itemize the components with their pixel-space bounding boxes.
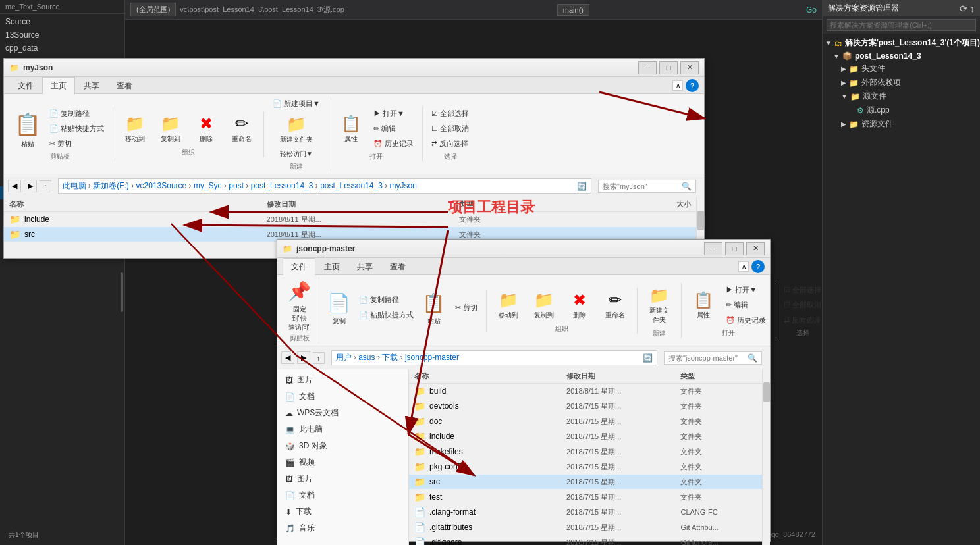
crumb-lesson2[interactable]: post_Lesson14_3 bbox=[320, 181, 383, 190]
crumb-syc[interactable]: my_Syc bbox=[194, 181, 222, 190]
invert-select2-btn[interactable]: ⇄ 反向选择 bbox=[780, 313, 825, 327]
explorer2-maximize[interactable]: □ bbox=[725, 242, 744, 255]
sidebar-item[interactable]: Source bbox=[0, 15, 124, 28]
select-none-btn[interactable]: ☐ 全部取消 bbox=[428, 122, 472, 136]
explorer2-tab-view[interactable]: 查看 bbox=[381, 258, 414, 275]
explorer1-close[interactable]: ✕ bbox=[680, 61, 699, 74]
crumb2-jsoncpp[interactable]: jsoncpp-master bbox=[405, 353, 459, 362]
new-item-btn[interactable]: 📄 新建项目▼ bbox=[269, 97, 323, 111]
file-row[interactable]: 📄 .gitignore 2018/7/15 星期... Git Ignore.… bbox=[409, 535, 762, 545]
nav-item[interactable]: 🖼图片 bbox=[277, 372, 408, 388]
file-row[interactable]: 📁 build 2018/8/11 星期... 文件夹 bbox=[409, 384, 762, 399]
copy-path2-btn[interactable]: 📄 复制路径 bbox=[356, 293, 417, 307]
tree-item-headers[interactable]: ▶ 📁 头文件 bbox=[823, 62, 980, 76]
nav-item[interactable]: 🎬视频 bbox=[277, 454, 408, 471]
select-all-btn[interactable]: ☑ 全部选择 bbox=[428, 107, 472, 120]
explorer1-tab-home[interactable]: 主页 bbox=[42, 77, 75, 94]
forward-btn[interactable]: ▶ bbox=[24, 180, 37, 192]
crumb2-asus[interactable]: asus bbox=[358, 353, 375, 362]
select-none2-btn[interactable]: ☐ 全部取消 bbox=[780, 298, 825, 312]
nav-item[interactable]: 🎲3D 对象 bbox=[277, 438, 408, 454]
crumb2-download[interactable]: 下载 bbox=[382, 353, 398, 362]
explorer1-minimize[interactable]: ─ bbox=[638, 61, 657, 74]
open-btn[interactable]: ▶ 打开▼ bbox=[370, 107, 417, 120]
rename-btn[interactable]: ✏ 重命名 bbox=[225, 111, 258, 147]
explorer2-minimize[interactable]: ─ bbox=[704, 242, 722, 255]
explorer2-scrollbar[interactable] bbox=[762, 369, 770, 545]
scope-dropdown[interactable]: (全局范围) bbox=[130, 3, 176, 16]
delete2-btn[interactable]: ✖ 删除 bbox=[563, 288, 596, 323]
explorer2-tab-home[interactable]: 主页 bbox=[315, 258, 348, 275]
sidebar-item[interactable]: 13Source bbox=[0, 28, 124, 41]
crumb-vc[interactable]: vc2013Source bbox=[136, 181, 187, 190]
explorer2-address-bar[interactable]: 用户 › asus › 下载 › jsoncpp-master 🔄 bbox=[331, 350, 658, 365]
forward2-btn[interactable]: ▶ bbox=[297, 351, 310, 364]
crumb-myjson[interactable]: myJson bbox=[390, 181, 417, 190]
cut2-btn[interactable]: ✂ 剪切 bbox=[452, 301, 481, 315]
explorer1-search-input[interactable] bbox=[603, 182, 682, 190]
explorer1-tab-view[interactable]: 查看 bbox=[108, 77, 141, 94]
file-row[interactable]: 📄 .gitattributes 2018/7/15 星期... Git Att… bbox=[409, 520, 762, 535]
sidebar-item[interactable]: cpp_data bbox=[0, 41, 124, 55]
tree-item-source-cpp[interactable]: ▶ ⚙ 源.cpp bbox=[823, 103, 980, 117]
tree-item-external-deps[interactable]: ▶ 📁 外部依赖项 bbox=[823, 76, 980, 90]
ribbon-collapse-btn[interactable]: ∧ bbox=[672, 80, 683, 91]
file-row[interactable]: 📁 makefiles 2018/7/15 星期... 文件夹 bbox=[409, 444, 762, 459]
nav-item[interactable]: 🖼图片 bbox=[277, 471, 408, 487]
copy-to-btn[interactable]: 📁 复制到 bbox=[154, 111, 187, 147]
se-new-btn[interactable]: ↕ bbox=[970, 3, 975, 14]
edit-btn[interactable]: ✏ 编辑 bbox=[370, 122, 417, 136]
paste-shortcut2-btn[interactable]: 📄 粘贴快捷方式 bbox=[356, 308, 417, 322]
help2-btn[interactable]: ? bbox=[751, 260, 765, 273]
nav-item[interactable]: 📄文档 bbox=[277, 388, 408, 405]
file-row[interactable]: 📄 .clang-format 2018/7/15 星期... CLANG-FC bbox=[409, 505, 762, 520]
properties2-btn[interactable]: 📋 属性 bbox=[687, 288, 720, 323]
edit2-btn[interactable]: ✏ 编辑 bbox=[722, 298, 769, 312]
back2-btn[interactable]: ◀ bbox=[281, 351, 294, 364]
tree-project[interactable]: ▼ 📦 post_Lesson14_3 bbox=[823, 50, 980, 62]
file-row[interactable]: 📁 src 2018/7/15 星期... 文件夹 bbox=[409, 475, 762, 490]
se-search-input[interactable] bbox=[827, 19, 976, 31]
nav-item[interactable]: ☁WPS云文档 bbox=[277, 405, 408, 421]
se-sync-btn[interactable]: ⟳ bbox=[960, 3, 967, 14]
explorer2-search-input[interactable] bbox=[668, 354, 748, 362]
invert-select-btn[interactable]: ⇄ 反向选择 bbox=[428, 137, 472, 151]
explorer1-maximize[interactable]: □ bbox=[659, 61, 678, 74]
easy-access-btn[interactable]: 轻松访问▼ bbox=[277, 147, 316, 161]
address2-refresh-icon[interactable]: 🔄 bbox=[643, 353, 653, 363]
new-folder-btn[interactable]: 📁 新建文件夹 bbox=[275, 112, 317, 147]
file-row[interactable]: 📁 include 2018/8/11 星期... 文件夹 bbox=[4, 212, 696, 227]
back-btn[interactable]: ◀ bbox=[8, 180, 21, 192]
explorer1-tab-share[interactable]: 共享 bbox=[75, 77, 108, 94]
pin-btn[interactable]: 📌 bbox=[285, 278, 313, 305]
tree-item-source-files[interactable]: ▼ 📁 源文件 bbox=[823, 90, 980, 103]
crumb-post[interactable]: post bbox=[229, 181, 244, 190]
tree-solution[interactable]: ▼ 🗂 解决方案'post_Lesson14_3'(1个项目) bbox=[823, 36, 980, 50]
file-row[interactable]: 📁 test 2018/7/15 星期... 文件夹 bbox=[409, 490, 762, 505]
nav-item[interactable]: 💻此电脑 bbox=[277, 421, 408, 438]
crumb2-user[interactable]: 用户 bbox=[336, 353, 352, 362]
help-btn[interactable]: ? bbox=[686, 79, 699, 92]
new-folder2-btn[interactable]: 📁 新建文件夹 bbox=[643, 283, 676, 328]
crumb-home[interactable]: 此电脑 bbox=[63, 181, 86, 190]
crumb-lesson[interactable]: post_Lesson14_3 bbox=[251, 181, 313, 190]
explorer2-tab-file[interactable]: 文件 bbox=[283, 258, 315, 275]
delete-btn[interactable]: ✖ 删除 bbox=[190, 111, 223, 147]
rename2-btn[interactable]: ✏ 重命名 bbox=[599, 288, 632, 323]
explorer2-tab-share[interactable]: 共享 bbox=[348, 258, 381, 275]
properties-btn[interactable]: 📋 属性 bbox=[335, 111, 368, 147]
open2-btn[interactable]: ▶ 打开▼ bbox=[722, 283, 769, 297]
file-row[interactable]: 📁 doc 2018/7/15 星期... 文件夹 bbox=[409, 414, 762, 429]
ribbon2-collapse-btn[interactable]: ∧ bbox=[738, 261, 749, 272]
explorer1-address-bar[interactable]: 此电脑 › 新加卷(F:) › vc2013Source › my_Syc › … bbox=[58, 178, 592, 194]
copy-path-btn[interactable]: 📄 复制路径 bbox=[46, 107, 107, 120]
paste2-btn[interactable]: 📋 bbox=[420, 290, 448, 317]
tree-item-resource-files[interactable]: ▶ 📁 资源文件 bbox=[823, 117, 980, 131]
explorer2-close[interactable]: ✕ bbox=[746, 242, 765, 255]
paste-shortcut-btn[interactable]: 📄 粘贴快捷方式 bbox=[46, 122, 107, 136]
file-row[interactable]: 📁 devtools 2018/7/15 星期... 文件夹 bbox=[409, 399, 762, 414]
file-row[interactable]: 📁 include 2018/7/15 星期... 文件夹 bbox=[409, 429, 762, 444]
paste-btn[interactable]: 📋 bbox=[12, 109, 43, 140]
cut-btn[interactable]: ✂ 剪切 bbox=[46, 137, 107, 151]
copy-to2-btn[interactable]: 📁 复制到 bbox=[528, 288, 560, 323]
